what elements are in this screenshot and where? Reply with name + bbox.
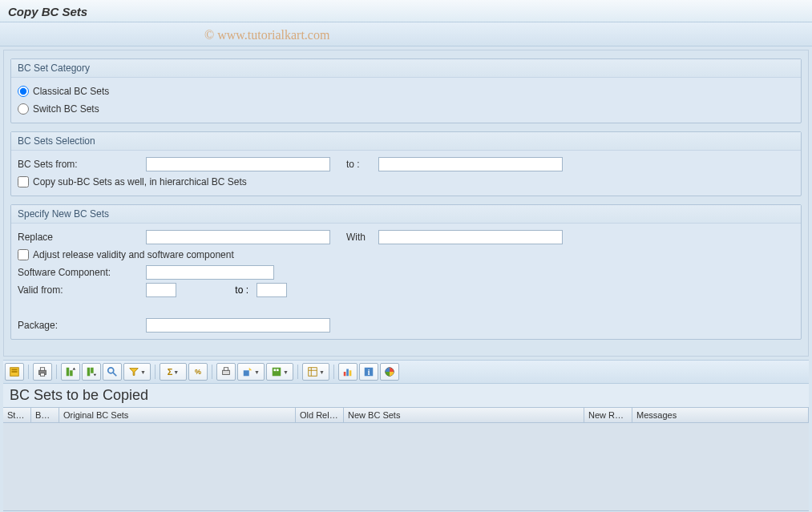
checkbox-copy-sub-label: Copy sub-BC Sets as well, in hierarchica… xyxy=(33,176,247,187)
col-bc[interactable]: BC ... xyxy=(31,408,59,422)
checkbox-adjust[interactable] xyxy=(18,249,29,260)
checkbox-adjust-label: Adjust release validity and software com… xyxy=(33,249,234,260)
group-selection-body: BC Sets from: to : Copy sub-BC Sets as w… xyxy=(11,151,801,196)
with-label: With xyxy=(330,232,378,243)
valid-from-label: Valid from: xyxy=(18,284,146,296)
bcset-from-input[interactable] xyxy=(146,157,330,171)
svg-rect-17 xyxy=(277,369,279,372)
sum-button[interactable]: Σ▼ xyxy=(160,363,187,381)
svg-rect-6 xyxy=(67,368,70,377)
replace-input[interactable] xyxy=(146,230,330,244)
subtotal-button[interactable]: % xyxy=(188,363,208,381)
row-bcset-range: BC Sets from: to : xyxy=(18,155,794,173)
row-valid: Valid from: to : xyxy=(18,281,794,299)
svg-text:i: i xyxy=(368,368,370,377)
grid-title: BC Sets to be Copied xyxy=(3,384,809,407)
svg-rect-8 xyxy=(87,368,91,377)
row-package: Package: xyxy=(18,316,794,334)
dropdown-arrow-icon: ▼ xyxy=(254,369,260,375)
col-messages[interactable]: Messages xyxy=(632,408,809,422)
col-original[interactable]: Original BC Sets xyxy=(59,408,296,422)
abc-button[interactable] xyxy=(380,363,399,381)
sort-asc-button[interactable] xyxy=(61,363,80,381)
row-replace: Replace With xyxy=(18,228,794,246)
col-new-bc[interactable]: New BC Sets xyxy=(344,408,584,422)
svg-rect-9 xyxy=(91,368,94,373)
radio-row-classical: Classical BC Sets xyxy=(18,83,794,100)
sort-desc-button[interactable] xyxy=(82,363,101,381)
svg-rect-2 xyxy=(12,371,18,373)
svg-rect-12 xyxy=(223,370,230,374)
svg-rect-15 xyxy=(273,368,281,377)
package-input[interactable] xyxy=(146,318,330,333)
svg-rect-5 xyxy=(40,373,44,377)
svg-rect-18 xyxy=(309,368,317,377)
col-status[interactable]: Sta... xyxy=(3,408,31,422)
dropdown-arrow-icon: ▼ xyxy=(283,369,289,375)
group-selection: BC Sets Selection BC Sets from: to : Cop… xyxy=(10,131,802,196)
toolbar-separator xyxy=(155,365,156,379)
valid-to-label: to : xyxy=(176,284,257,296)
svg-point-10 xyxy=(108,368,114,373)
toolbar-separator xyxy=(212,365,212,379)
valid-from-input[interactable] xyxy=(146,283,176,297)
toolbar-separator xyxy=(333,365,334,379)
swcomp-label: Software Component: xyxy=(18,267,146,278)
group-specify-body: Replace With Adjust release validity and… xyxy=(11,224,801,339)
svg-rect-22 xyxy=(346,369,349,377)
svg-rect-16 xyxy=(274,369,277,372)
svg-line-11 xyxy=(113,373,116,376)
radio-classical[interactable] xyxy=(18,86,29,97)
info-button[interactable]: i xyxy=(359,363,378,381)
radio-switch-label: Switch BC Sets xyxy=(33,103,99,115)
group-specify: Specify New BC Sets Replace With Adjust … xyxy=(10,204,802,340)
valid-to-input[interactable] xyxy=(257,283,287,297)
export-button[interactable]: ▼ xyxy=(237,363,265,381)
replace-label: Replace xyxy=(18,232,146,243)
checkbox-copy-sub[interactable] xyxy=(18,176,29,187)
radio-switch[interactable] xyxy=(18,103,29,115)
col-old-release[interactable]: Old Rele... xyxy=(296,408,344,422)
title-bar: Copy BC Sets xyxy=(0,0,812,22)
svg-rect-1 xyxy=(12,369,18,371)
radio-row-switch: Switch BC Sets xyxy=(18,100,794,118)
bcset-to-label: to : xyxy=(330,159,378,170)
toolbar-separator xyxy=(28,365,29,379)
row-adjust: Adjust release validity and software com… xyxy=(18,246,794,264)
swcomp-input[interactable] xyxy=(146,265,274,280)
svg-rect-23 xyxy=(349,370,352,376)
svg-rect-21 xyxy=(344,372,346,376)
group-specify-title: Specify New BC Sets xyxy=(11,205,801,224)
group-category-title: BC Set Category xyxy=(11,59,801,78)
layout-button[interactable]: ▼ xyxy=(302,363,329,381)
package-label: Package: xyxy=(18,320,146,331)
col-new-release[interactable]: New Rel... xyxy=(584,408,632,422)
dropdown-arrow-icon: ▼ xyxy=(140,369,146,375)
bcset-from-label: BC Sets from: xyxy=(18,159,146,170)
radio-classical-label: Classical BC Sets xyxy=(33,86,109,97)
print-preview-button[interactable] xyxy=(216,363,236,381)
chart-button[interactable] xyxy=(338,363,358,381)
toolbar-separator xyxy=(297,365,298,379)
row-swcomp: Software Component: xyxy=(18,264,794,281)
with-input[interactable] xyxy=(378,230,563,244)
row-copy-sub: Copy sub-BC Sets as well, in hierarchica… xyxy=(18,173,794,191)
find-button[interactable] xyxy=(103,363,122,381)
bcset-to-input[interactable] xyxy=(378,157,563,171)
svg-rect-14 xyxy=(244,370,249,376)
grid-body[interactable] xyxy=(3,423,809,511)
print-button[interactable] xyxy=(33,363,52,381)
app-toolbar xyxy=(0,22,812,46)
main-content: BC Set Category Classical BC Sets Switch… xyxy=(3,50,809,357)
excel-button[interactable]: ▼ xyxy=(266,363,293,381)
svg-rect-4 xyxy=(40,368,44,371)
dropdown-arrow-icon: ▼ xyxy=(319,369,325,375)
svg-rect-13 xyxy=(224,368,228,371)
detail-button[interactable] xyxy=(5,363,24,381)
toolbar-separator xyxy=(56,365,57,379)
group-category-body: Classical BC Sets Switch BC Sets xyxy=(11,78,801,123)
filter-button[interactable]: ▼ xyxy=(123,363,151,381)
page-title: Copy BC Sets xyxy=(8,5,87,18)
svg-rect-7 xyxy=(70,370,73,376)
group-category: BC Set Category Classical BC Sets Switch… xyxy=(10,58,802,123)
